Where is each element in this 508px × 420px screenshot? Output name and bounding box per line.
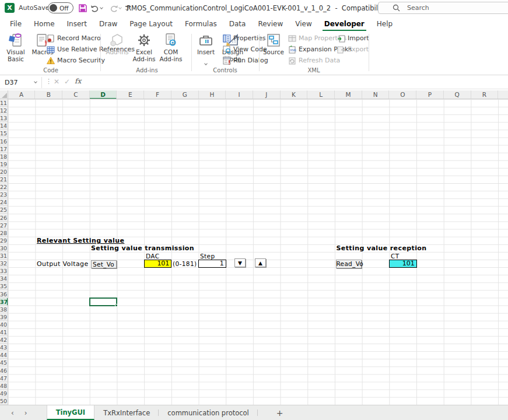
search-input[interactable]: Search <box>378 2 508 14</box>
row-header-30[interactable]: 30 <box>0 244 8 252</box>
column-header-N[interactable]: N <box>362 90 390 99</box>
ribbon-tab-review[interactable]: Review <box>253 18 288 31</box>
ribbon-tab-view[interactable]: View <box>290 18 317 31</box>
dac-value-cell[interactable]: 101 <box>144 260 172 268</box>
ribbon-tab-page-layout[interactable]: Page Layout <box>124 18 178 31</box>
row-header-29[interactable]: 29 <box>0 237 8 244</box>
set-vo-button[interactable]: Set_Vo <box>91 260 117 269</box>
ribbon-tab-formulas[interactable]: Formulas <box>180 18 222 31</box>
redo-button[interactable] <box>107 2 120 15</box>
row-header-44[interactable]: 44 <box>0 351 8 359</box>
undo-button[interactable] <box>89 2 101 15</box>
macro-security-button[interactable]: Macro Security <box>47 55 105 65</box>
column-header-F[interactable]: F <box>144 90 171 99</box>
row-header-16[interactable]: 16 <box>0 138 8 145</box>
row-header-24[interactable]: 24 <box>0 198 8 206</box>
row-header-32[interactable]: 32 <box>0 260 8 267</box>
row-header-28[interactable]: 28 <box>0 229 8 237</box>
row-header-40[interactable]: 40 <box>0 321 8 328</box>
row-header-42[interactable]: 42 <box>0 336 8 344</box>
row-header-20[interactable]: 20 <box>0 168 8 176</box>
sheet-nav-prev-icon[interactable]: ‹ <box>6 409 19 417</box>
row-header-38[interactable]: 38 <box>0 306 8 313</box>
column-header-R[interactable]: R <box>471 90 499 99</box>
row-header-27[interactable]: 27 <box>0 222 8 229</box>
save-button[interactable] <box>76 2 89 15</box>
com-add-ins-button[interactable]: COM Add-ins <box>157 33 184 66</box>
sheet-tab-communication-protocol[interactable]: communication protocol <box>159 405 258 420</box>
ribbon-tab-draw[interactable]: Draw <box>94 18 122 31</box>
spin-down-button[interactable]: ▼ <box>234 258 246 267</box>
row-header-43[interactable]: 43 <box>0 344 8 351</box>
row-header-21[interactable]: 21 <box>0 176 8 183</box>
worksheet-grid[interactable]: Relevant Setting value Setting value tra… <box>0 99 508 405</box>
row-header-25[interactable]: 25 <box>0 206 8 214</box>
autosave-toggle[interactable]: Off <box>48 2 73 13</box>
column-header-L[interactable]: L <box>307 90 335 99</box>
row-header-23[interactable]: 23 <box>0 191 8 198</box>
column-header-S[interactable]: S <box>498 90 508 99</box>
add-sheet-button[interactable]: + <box>268 405 292 420</box>
column-header-J[interactable]: J <box>253 90 281 99</box>
insert-button[interactable]: Insert <box>192 33 219 66</box>
row-header-41[interactable]: 41 <box>0 328 8 336</box>
row-header-11[interactable]: 11 <box>0 99 8 107</box>
column-header-P[interactable]: P <box>416 90 444 99</box>
row-header-13[interactable]: 13 <box>0 114 8 122</box>
row-header-39[interactable]: 39 <box>0 313 8 321</box>
source-button[interactable]: Source <box>260 33 287 66</box>
select-all-corner[interactable] <box>0 90 8 99</box>
column-header-H[interactable]: H <box>199 90 226 99</box>
ribbon-tab-developer[interactable]: Developer <box>319 18 370 31</box>
row-header-12[interactable]: 12 <box>0 107 8 114</box>
column-header-C[interactable]: C <box>62 90 90 99</box>
row-header-48[interactable]: 48 <box>0 382 8 390</box>
spin-up-button[interactable]: ▲ <box>255 258 266 267</box>
column-header-Q[interactable]: Q <box>444 90 471 99</box>
row-header-18[interactable]: 18 <box>0 153 8 160</box>
column-header-E[interactable]: E <box>117 90 145 99</box>
row-header-14[interactable]: 14 <box>0 122 8 130</box>
ribbon-tab-help[interactable]: Help <box>372 18 398 31</box>
row-header-31[interactable]: 31 <box>0 252 8 260</box>
sheet-tab-txrxinterface[interactable]: TxRxInterface <box>94 405 159 420</box>
name-box[interactable]: D37 <box>0 77 42 88</box>
column-header-B[interactable]: B <box>35 90 62 99</box>
row-header-34[interactable]: 34 <box>0 275 8 282</box>
column-header-I[interactable]: I <box>226 90 253 99</box>
step-value-cell[interactable]: 1 <box>198 260 226 268</box>
ct-value-cell[interactable]: 101 <box>389 260 417 268</box>
row-header-45[interactable]: 45 <box>0 359 8 366</box>
row-header-26[interactable]: 26 <box>0 214 8 222</box>
excel-app-icon[interactable]: X <box>5 3 15 13</box>
sheet-nav-next-icon[interactable]: › <box>19 409 33 417</box>
record-macro-button[interactable]: Record Macro <box>47 33 101 43</box>
row-header-22[interactable]: 22 <box>0 183 8 191</box>
insert-function-icon[interactable]: fx <box>75 77 81 85</box>
ribbon-tab-insert[interactable]: Insert <box>62 18 92 31</box>
column-header-D[interactable]: D <box>90 90 117 99</box>
row-header-17[interactable]: 17 <box>0 145 8 153</box>
row-header-19[interactable]: 19 <box>0 160 8 168</box>
ribbon-tab-home[interactable]: Home <box>29 18 59 31</box>
column-header-G[interactable]: G <box>171 90 199 99</box>
row-header-15[interactable]: 15 <box>0 130 8 137</box>
sheet-tab-tinygui[interactable]: TinyGUI <box>47 405 95 420</box>
visual-basic-button[interactable]: Visual Basic <box>2 33 29 66</box>
active-cell[interactable] <box>89 298 118 306</box>
column-header-M[interactable]: M <box>335 90 362 99</box>
column-header-O[interactable]: O <box>390 90 417 99</box>
row-header-47[interactable]: 47 <box>0 374 8 382</box>
formula-input[interactable] <box>86 76 508 89</box>
row-header-36[interactable]: 36 <box>0 290 8 298</box>
read-vo-button[interactable]: Read_Vo <box>336 260 362 268</box>
ribbon-tab-data[interactable]: Data <box>224 18 251 31</box>
excel-add-ins-button[interactable]: Excel Add-ins <box>131 33 157 66</box>
import-button[interactable]: Import <box>337 33 369 43</box>
row-header-37[interactable]: 37 <box>0 298 8 306</box>
column-header-K[interactable]: K <box>281 90 308 99</box>
row-header-46[interactable]: 46 <box>0 367 8 374</box>
row-header-50[interactable]: 50 <box>0 397 8 405</box>
row-header-35[interactable]: 35 <box>0 282 8 290</box>
confirm-entry-icon[interactable]: ✓ <box>64 78 70 86</box>
